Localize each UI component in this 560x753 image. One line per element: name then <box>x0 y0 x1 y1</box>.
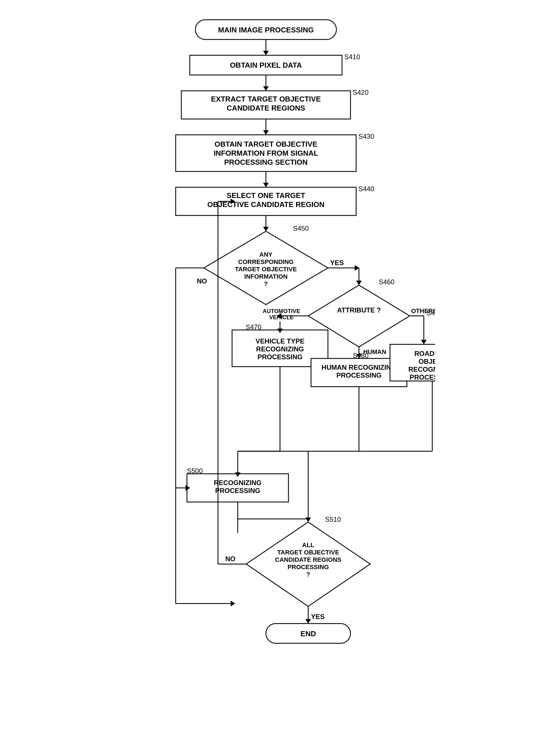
svg-text:TARGET OBJECTIVE: TARGET OBJECTIVE <box>277 549 339 556</box>
s470-label: S470 <box>246 323 261 331</box>
s510-label: S510 <box>325 516 341 523</box>
svg-text:CORRESPONDING: CORRESPONDING <box>238 258 294 265</box>
svg-marker-21 <box>263 227 269 231</box>
svg-text:ANY: ANY <box>259 251 273 258</box>
s430-label: S430 <box>358 133 374 140</box>
s410-text: OBTAIN PIXEL DATA <box>230 61 302 70</box>
svg-text:TARGET OBJECTIVE: TARGET OBJECTIVE <box>235 266 297 273</box>
svg-text:SELECT ONE TARGET: SELECT ONE TARGET <box>227 191 305 200</box>
svg-marker-33 <box>231 601 235 606</box>
svg-marker-2 <box>263 51 269 55</box>
svg-text:INFORMATION FROM SIGNAL: INFORMATION FROM SIGNAL <box>214 149 318 157</box>
svg-text:HUMAN RECOGNIZING: HUMAN RECOGNIZING <box>321 363 396 371</box>
s460-label: S460 <box>379 278 395 286</box>
svg-text:NO: NO <box>225 555 236 563</box>
svg-text:ROADSIDE: ROADSIDE <box>415 350 435 357</box>
svg-marker-16 <box>263 183 269 187</box>
svg-marker-10 <box>263 130 269 135</box>
no-label: NO <box>197 277 207 285</box>
svg-text:PROCESSING: PROCESSING <box>215 487 260 494</box>
svg-text:RECOGNIZING: RECOGNIZING <box>256 345 304 353</box>
yes-label: YES <box>330 259 344 266</box>
svg-text:EXTRACT TARGET OBJECTIVE: EXTRACT TARGET OBJECTIVE <box>211 95 321 103</box>
svg-marker-56 <box>421 340 427 344</box>
svg-marker-35 <box>356 281 362 285</box>
svg-text:RECOGNIZING: RECOGNIZING <box>214 479 261 487</box>
svg-text:RECOGNIZING: RECOGNIZING <box>408 365 435 373</box>
svg-text:YES: YES <box>311 613 324 620</box>
svg-text:?: ? <box>306 571 310 578</box>
s490-label: S490 <box>427 309 435 317</box>
s450-label: S450 <box>293 224 309 232</box>
start-label: MAIN IMAGE PROCESSING <box>218 26 314 34</box>
svg-text:?: ? <box>264 280 267 288</box>
s420-label: S420 <box>353 88 368 96</box>
svg-text:PROCESSING SECTION: PROCESSING SECTION <box>224 158 308 166</box>
svg-text:PROCESSING: PROCESSING <box>287 563 329 571</box>
s410-label: S410 <box>344 53 360 61</box>
s440-label: S440 <box>358 185 374 193</box>
svg-marker-75 <box>305 517 311 522</box>
svg-text:ATTRIBUTE ?: ATTRIBUTE ? <box>337 306 381 314</box>
svg-text:CANDIDATE REGIONS: CANDIDATE REGIONS <box>275 556 341 563</box>
svg-text:PROCESSING: PROCESSING <box>410 373 435 381</box>
svg-text:ALL: ALL <box>302 541 314 549</box>
flowchart: MAIN IMAGE PROCESSING OBTAIN PIXEL DATA … <box>125 11 435 743</box>
s480-label: S480 <box>353 352 368 359</box>
svg-text:OBJECT: OBJECT <box>418 358 435 365</box>
svg-text:AUTOMOTIVE: AUTOMOTIVE <box>263 308 300 314</box>
svg-text:VEHICLE TYPE: VEHICLE TYPE <box>256 337 304 345</box>
svg-text:PROCESSING: PROCESSING <box>257 353 303 361</box>
svg-text:PROCESSING: PROCESSING <box>336 372 381 379</box>
svg-text:INFORMATION: INFORMATION <box>244 273 287 280</box>
flowchart-svg: MAIN IMAGE PROCESSING OBTAIN PIXEL DATA … <box>125 11 435 742</box>
s500-label: S500 <box>187 467 203 475</box>
svg-text:OBTAIN TARGET OBJECTIVE: OBTAIN TARGET OBJECTIVE <box>215 140 318 148</box>
svg-text:VEHICLE: VEHICLE <box>269 314 294 320</box>
svg-text:CANDIDATE REGIONS: CANDIDATE REGIONS <box>227 104 305 112</box>
end-label: END <box>301 630 316 638</box>
svg-marker-88 <box>305 619 311 623</box>
svg-marker-5 <box>263 86 269 91</box>
